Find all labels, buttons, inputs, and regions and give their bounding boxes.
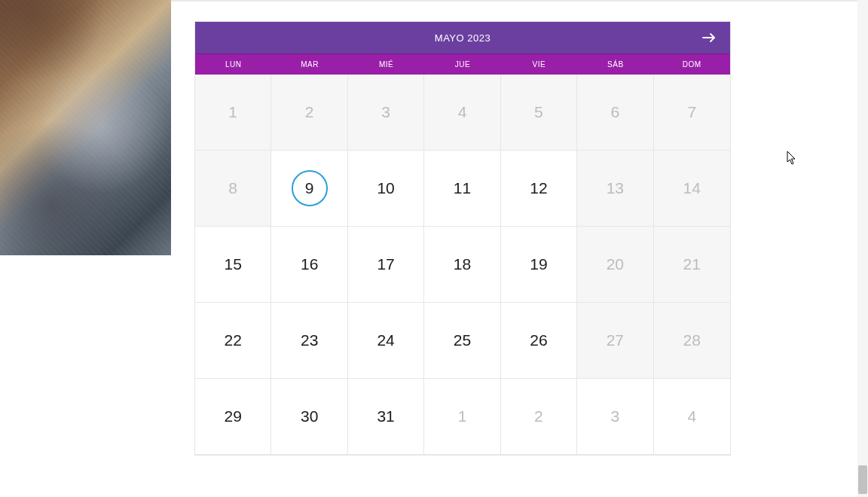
next-month-button[interactable] [701, 32, 717, 44]
calendar-day[interactable]: 9 [271, 151, 347, 227]
calendar-day: 28 [654, 303, 730, 379]
calendar-day[interactable]: 10 [348, 151, 424, 227]
calendar-day: 5 [501, 75, 577, 151]
weekday-label: VIE [501, 54, 577, 75]
calendar-day[interactable]: 30 [271, 379, 347, 455]
calendar-day: 7 [654, 75, 730, 151]
calendar-widget: MAYO 2023 LUN MAR MIÉ JUE VIE SÁB DOM 12… [194, 21, 731, 456]
calendar-day[interactable]: 23 [271, 303, 347, 379]
calendar-day: 21 [654, 227, 730, 303]
calendar-day: 4 [654, 379, 730, 455]
calendar-day: 8 [195, 151, 271, 227]
weekday-label: MAR [271, 54, 347, 75]
cursor-icon [787, 151, 799, 166]
calendar-day: 6 [577, 75, 653, 151]
calendar-day[interactable]: 12 [501, 151, 577, 227]
calendar-grid: 1234567891011121314151617181920212223242… [195, 75, 730, 455]
weekday-label: MIÉ [348, 54, 424, 75]
calendar-day: 1 [424, 379, 500, 455]
calendar-day: 14 [654, 151, 730, 227]
calendar-day[interactable]: 16 [271, 227, 347, 303]
calendar-day: 4 [424, 75, 500, 151]
calendar-day: 2 [271, 75, 347, 151]
calendar-day[interactable]: 25 [424, 303, 500, 379]
weekday-label: DOM [654, 54, 730, 75]
calendar-day[interactable]: 29 [195, 379, 271, 455]
weekday-label: LUN [195, 54, 271, 75]
calendar-weekday-row: LUN MAR MIÉ JUE VIE SÁB DOM [195, 53, 730, 75]
calendar-day[interactable]: 11 [424, 151, 500, 227]
calendar-day: 27 [577, 303, 653, 379]
calendar-day: 13 [577, 151, 653, 227]
calendar-day[interactable]: 18 [424, 227, 500, 303]
today-indicator[interactable]: 9 [292, 170, 328, 206]
calendar-day: 3 [577, 379, 653, 455]
sidebar-image [0, 0, 171, 255]
calendar-day[interactable]: 26 [501, 303, 577, 379]
calendar-day[interactable]: 24 [348, 303, 424, 379]
calendar-day: 2 [501, 379, 577, 455]
calendar-day[interactable]: 22 [195, 303, 271, 379]
calendar-header: MAYO 2023 [195, 22, 730, 53]
calendar-day: 3 [348, 75, 424, 151]
calendar-day[interactable]: 31 [348, 379, 424, 455]
weekday-label: JUE [424, 54, 500, 75]
scrollbar-track[interactable] [857, 0, 868, 497]
arrow-right-icon [701, 32, 717, 44]
scrollbar-thumb[interactable] [858, 465, 867, 494]
calendar-day[interactable]: 15 [195, 227, 271, 303]
calendar-day[interactable]: 17 [348, 227, 424, 303]
calendar-day: 20 [577, 227, 653, 303]
calendar-day: 1 [195, 75, 271, 151]
calendar-title: MAYO 2023 [435, 32, 491, 44]
calendar-day[interactable]: 19 [501, 227, 577, 303]
weekday-label: SÁB [577, 54, 653, 75]
